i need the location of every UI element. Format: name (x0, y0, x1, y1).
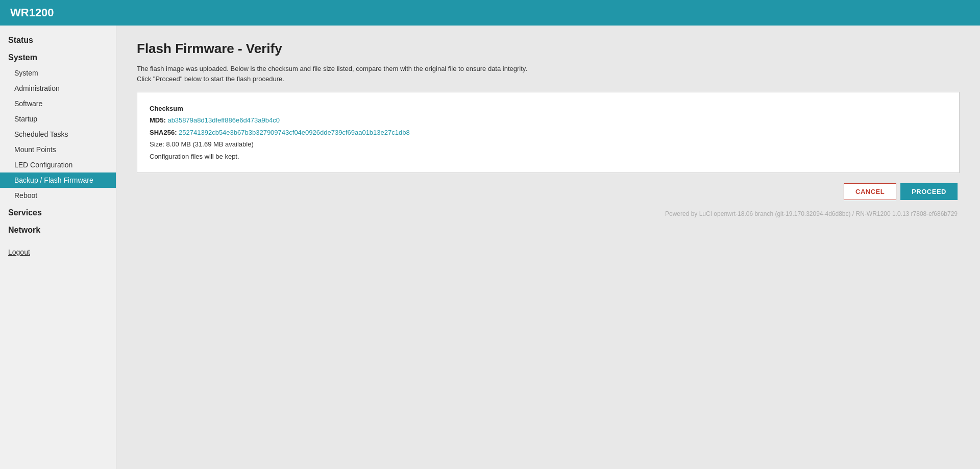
desc-line1: The flash image was uploaded. Below is t… (137, 65, 527, 72)
md5-label: MD5: (150, 116, 166, 124)
page-description: The flash image was uploaded. Below is t… (137, 64, 960, 84)
sidebar: Status System System Administration Soft… (0, 26, 116, 469)
firmware-info-box: Checksum MD5: ab35879a8d13dfeff886e6d473… (137, 92, 960, 173)
sidebar-section-services[interactable]: Services (0, 203, 116, 220)
main-content: Flash Firmware - Verify The flash image … (116, 26, 980, 469)
action-row: CANCEL PROCEED (137, 183, 960, 200)
footer-text: Powered by LuCI openwrt-18.06 branch (gi… (137, 210, 960, 217)
checksum-label: Checksum (150, 105, 183, 112)
sidebar-item-startup[interactable]: Startup (0, 111, 116, 127)
logout-link[interactable]: Logout (0, 238, 116, 261)
sidebar-section-status[interactable]: Status (0, 31, 116, 48)
sidebar-item-backup-flash-firmware[interactable]: Backup / Flash Firmware (0, 172, 116, 188)
page-title: Flash Firmware - Verify (137, 41, 960, 57)
app-title: WR1200 (10, 6, 54, 19)
sidebar-item-administration[interactable]: Administration (0, 81, 116, 96)
sha256-label: SHA256: (150, 129, 177, 136)
app-header: WR1200 (0, 0, 980, 26)
sidebar-item-reboot[interactable]: Reboot (0, 188, 116, 203)
sidebar-section-system[interactable]: System (0, 48, 116, 65)
proceed-button[interactable]: PROCEED (900, 183, 958, 200)
sidebar-section-network[interactable]: Network (0, 220, 116, 238)
md5-value: ab35879a8d13dfeff886e6d473a9b4c0 (167, 116, 280, 124)
sidebar-item-led-configuration[interactable]: LED Configuration (0, 157, 116, 172)
sha256-value: 252741392cb54e3b67b3b327909743cf04e0926d… (179, 129, 410, 136)
cancel-button[interactable]: CANCEL (844, 183, 896, 200)
desc-line2: Click "Proceed" below to start the flash… (137, 75, 284, 83)
sidebar-item-scheduled-tasks[interactable]: Scheduled Tasks (0, 127, 116, 142)
size-info: Size: 8.00 MB (31.69 MB available) (150, 138, 947, 150)
sidebar-item-mount-points[interactable]: Mount Points (0, 142, 116, 157)
sidebar-item-software[interactable]: Software (0, 96, 116, 111)
config-info: Configuration files will be kept. (150, 151, 947, 162)
sidebar-item-system[interactable]: System (0, 65, 116, 81)
